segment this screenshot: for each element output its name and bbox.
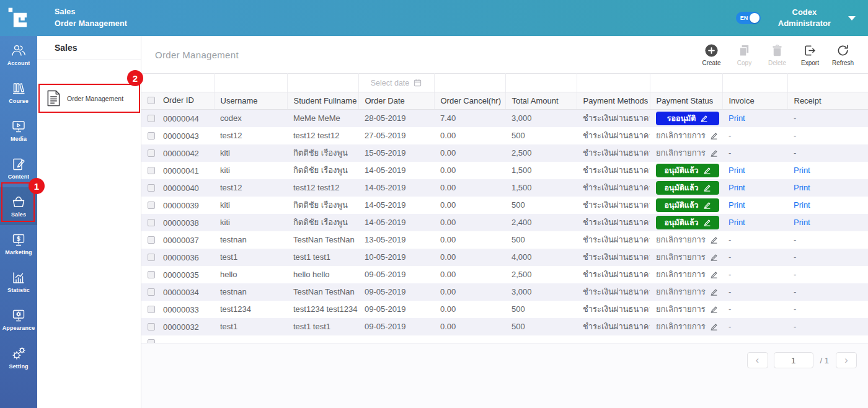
payment-status-badge[interactable]: อนุมัติแล้ว [656, 181, 719, 195]
payment-status-edit[interactable]: ยกเลิกรายการ [656, 303, 718, 316]
order-id-value: 00000044 [163, 114, 199, 123]
row-checkbox[interactable] [148, 202, 155, 209]
filter-fullname[interactable] [287, 74, 358, 92]
payment-status-edit[interactable]: ยกเลิกรายการ [656, 129, 718, 142]
invoice-print-link[interactable]: Print [728, 113, 745, 123]
order-id-value: 00000039 [163, 201, 199, 210]
receipt-empty: - [794, 270, 796, 279]
cell-total-amount: 500 [505, 231, 577, 249]
invoice-print-link[interactable]: Print [728, 183, 745, 192]
date-filter-placeholder: Select date [371, 79, 410, 87]
payment-status-badge[interactable]: อนุมัติแล้ว [656, 198, 719, 212]
next-page-button[interactable]: › [836, 352, 857, 368]
payment-status-edit[interactable]: ยกเลิกรายการ [656, 146, 718, 159]
cell-username: test12 [214, 179, 287, 197]
row-checkbox[interactable] [148, 184, 155, 192]
delete-button[interactable]: Delete [761, 43, 794, 66]
monitor-gear-icon [11, 308, 26, 323]
edit-pencil-icon [700, 114, 708, 122]
row-checkbox[interactable] [148, 271, 155, 278]
payment-status-edit[interactable]: ยกเลิกรายการ [656, 268, 718, 281]
payment-status-edit[interactable]: ยกเลิกรายการ [656, 233, 718, 246]
row-checkbox[interactable] [148, 149, 155, 157]
invoice-print-link[interactable]: Print [728, 200, 745, 210]
sidebar-item-account[interactable]: Account [0, 36, 37, 74]
export-button[interactable]: Export [794, 43, 826, 66]
select-all-checkbox[interactable] [148, 97, 155, 104]
row-checkbox[interactable] [148, 132, 155, 140]
filter-payment-methods[interactable] [577, 74, 650, 92]
cell-order-date: 09-05-2019 [358, 318, 434, 335]
row-checkbox[interactable] [148, 115, 155, 122]
logo-icon [7, 7, 30, 29]
payment-status-badge[interactable]: อนุมัติแล้ว [656, 216, 719, 229]
refresh-button[interactable]: Refresh [826, 43, 859, 66]
copy-button[interactable]: Copy [728, 43, 761, 66]
col-order-id: Order ID [141, 92, 214, 110]
cell-cancel-hr: 0.00 [434, 283, 505, 301]
cell-cancel-hr: 0.00 [434, 266, 505, 283]
edit-pencil-icon [710, 305, 718, 313]
cell-cancel-hr: 0.00 [434, 318, 505, 335]
table-footer-area: ‹ / 1 › [141, 343, 868, 408]
row-checkbox[interactable] [148, 254, 155, 261]
cell-order-id: 00000042 [141, 144, 214, 162]
table-row: 00000039kitiกิตติชัย เรืองพูน14-05-20190… [141, 197, 868, 214]
table-row: 00000036test1test1 test110-05-20190.004,… [141, 249, 868, 266]
payment-status-badge[interactable]: รออนุมัติ [656, 112, 719, 125]
cell-receipt: - [787, 231, 868, 249]
cell-payment-method: ชำระเงินผ่านธนาคาร [577, 162, 650, 179]
sidebar-item-marketing[interactable]: Marketing [0, 225, 37, 263]
table-row: 00000042kitiกิตติชัย เรืองพูน15-05-20190… [141, 144, 868, 162]
table-row: 00000038kitiกิตติชัย เรืองพูน14-05-20190… [141, 214, 868, 231]
toolbar: Create Copy Delete [695, 43, 859, 66]
receipt-print-link[interactable]: Print [794, 200, 810, 210]
receipt-print-link[interactable]: Print [794, 218, 810, 227]
receipt-print-link[interactable]: Print [794, 183, 810, 192]
row-checkbox[interactable] [148, 236, 155, 244]
row-checkbox[interactable] [148, 288, 155, 296]
invoice-print-link[interactable]: Print [728, 166, 745, 175]
page-title: Order Management [155, 50, 239, 60]
payment-status-edit[interactable]: ยกเลิกรายการ [656, 285, 718, 298]
cell-cancel-hr: 7.40 [434, 110, 505, 127]
order-id-value: 00000040 [163, 184, 199, 193]
sidebar-item-setting[interactable]: Setting [0, 339, 37, 376]
payment-status-badge[interactable]: อนุมัติแล้ว [656, 164, 719, 177]
filter-invoice[interactable] [722, 74, 787, 92]
row-checkbox[interactable] [148, 167, 155, 174]
row-checkbox[interactable] [148, 339, 155, 343]
user-menu[interactable]: Codex Administrator [778, 7, 831, 29]
copy-icon [737, 43, 751, 58]
row-checkbox[interactable] [148, 219, 155, 226]
sidebar-item-sales[interactable]: Sales [0, 187, 37, 225]
sidebar-item-appearance[interactable]: Appearance [0, 301, 37, 339]
edit-pencil-icon [710, 131, 718, 140]
filter-order-date[interactable]: Select date [358, 74, 434, 92]
filter-payment-status[interactable] [650, 74, 722, 92]
payment-status-edit[interactable]: ยกเลิกรายการ [656, 251, 718, 264]
filter-total-amount[interactable] [505, 74, 577, 92]
filter-username[interactable] [214, 74, 287, 92]
cell-fullname: กิตติชัย เรืองพูน [287, 197, 358, 214]
submenu-item-order-management[interactable]: Order Management [38, 84, 140, 113]
sidebar-item-media[interactable]: Media [0, 112, 37, 149]
prev-page-button[interactable]: ‹ [747, 352, 768, 368]
page-number-input[interactable] [774, 352, 813, 368]
create-button[interactable]: Create [695, 43, 728, 66]
payment-status-edit[interactable]: ยกเลิกรายการ [656, 320, 718, 333]
app-logo[interactable] [0, 0, 37, 36]
sidebar-item-course[interactable]: Course [0, 74, 37, 112]
chevron-down-icon[interactable] [848, 16, 856, 20]
filter-cancel-hr[interactable] [434, 74, 505, 92]
cell-receipt: - [787, 266, 868, 283]
row-checkbox[interactable] [148, 306, 155, 313]
receipt-print-link[interactable]: Print [794, 166, 810, 175]
language-toggle[interactable]: EN [736, 12, 761, 24]
sidebar-item-statistic[interactable]: Statistic [0, 263, 37, 301]
invoice-print-link[interactable]: Print [728, 218, 745, 227]
row-checkbox[interactable] [148, 323, 155, 330]
breadcrumb: Sales Order Management [55, 6, 127, 30]
filter-order-id[interactable] [141, 74, 214, 92]
filter-receipt[interactable] [787, 74, 868, 92]
